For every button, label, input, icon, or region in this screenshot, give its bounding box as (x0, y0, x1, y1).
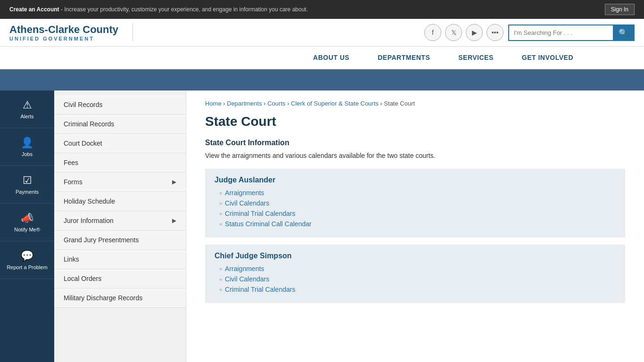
sign-in-button[interactable]: Sign In (605, 4, 635, 15)
list-item: Civil Calendars (219, 275, 616, 283)
auslander-arraignments[interactable]: Arraignments (225, 189, 264, 197)
judge-simpson-name: Chief Judge Simpson (215, 252, 616, 260)
top-banner: Create an Account - Increase your produc… (0, 0, 644, 19)
search-box: 🔍 (508, 25, 635, 41)
search-input[interactable] (509, 25, 613, 40)
payments-label: Payments (16, 189, 39, 195)
nav-services[interactable]: SERVICES (454, 47, 498, 68)
list-item: Arraignments (219, 189, 616, 197)
breadcrumb-courts[interactable]: Courts (267, 100, 285, 107)
list-item: Status Criminal Call Calendar (219, 220, 616, 228)
nav-juror-information[interactable]: Juror Information ▶ (54, 211, 186, 230)
breadcrumb-home[interactable]: Home (205, 100, 222, 107)
sidebar-notify[interactable]: 📣 Notify Me® (0, 204, 54, 241)
juror-arrow: ▶ (172, 217, 176, 224)
judge-simpson-links: Arraignments Civil Calendars Criminal Tr… (215, 265, 616, 293)
jobs-icon: 👤 (21, 137, 33, 149)
judge-auslander-links: Arraignments Civil Calendars Criminal Tr… (215, 189, 616, 228)
auslander-criminal-trial[interactable]: Criminal Trial Calendars (225, 210, 295, 217)
report-icon: 💬 (21, 250, 33, 262)
judge-auslander-name: Judge Auslander (215, 176, 616, 184)
list-item: Civil Calendars (219, 199, 616, 207)
nav-court-docket[interactable]: Court Docket (54, 134, 186, 153)
sidebar-icons: ⚠ Alerts 👤 Jobs ☑ Payments 📣 Notify Me® … (0, 90, 54, 362)
social-icons: f 𝕏 ▶ ••• (424, 24, 504, 41)
notify-label: Notify Me® (14, 227, 40, 232)
list-item: Criminal Trial Calendars (219, 286, 616, 293)
sidebar-alerts[interactable]: ⚠ Alerts (0, 90, 54, 128)
more-icon[interactable]: ••• (487, 24, 504, 41)
simpson-arraignments[interactable]: Arraignments (225, 265, 264, 272)
main-nav: ABOUT US DEPARTMENTS SERVICES GET INVOLV… (0, 47, 644, 69)
payments-icon: ☑ (23, 174, 32, 187)
nav-get-involved[interactable]: GET INVOLVED (517, 47, 578, 68)
left-nav: Civil Records Criminal Records Court Doc… (54, 90, 186, 362)
main-content: Home › Departments › Courts › Clerk of S… (186, 90, 644, 362)
search-button[interactable]: 🔍 (613, 25, 634, 40)
breadcrumb-clerk[interactable]: Clerk of Superior & State Courts (291, 100, 379, 107)
nav-local-orders[interactable]: Local Orders (54, 269, 186, 288)
jobs-label: Jobs (22, 151, 33, 157)
section-description: View the arraignments and various calend… (205, 152, 625, 159)
list-item: Arraignments (219, 265, 616, 272)
nav-about-us[interactable]: ABOUT US (308, 47, 354, 68)
banner-text: Create an Account - Increase your produc… (9, 6, 308, 13)
breadcrumb-departments[interactable]: Departments (227, 100, 262, 107)
list-item: Criminal Trial Calendars (219, 210, 616, 217)
header-right: f 𝕏 ▶ ••• 🔍 (142, 24, 635, 41)
banner-description: - Increase your productivity, customize … (59, 6, 308, 13)
auslander-civil-calendars[interactable]: Civil Calendars (225, 199, 269, 207)
sidebar-jobs[interactable]: 👤 Jobs (0, 128, 54, 166)
logo-area: Athens-Clarke County UNIFIED GOVERNMENT (9, 24, 133, 41)
facebook-icon[interactable]: f (424, 24, 441, 41)
simpson-criminal-trial[interactable]: Criminal Trial Calendars (225, 286, 295, 293)
notify-icon: 📣 (21, 212, 33, 224)
judge-auslander-box: Judge Auslander Arraignments Civil Calen… (205, 169, 625, 238)
forms-arrow: ▶ (172, 179, 176, 185)
nav-civil-records[interactable]: Civil Records (54, 95, 186, 115)
logo-line1[interactable]: Athens-Clarke County (9, 24, 118, 36)
alerts-label: Alerts (20, 114, 33, 119)
sidebar-payments[interactable]: ☑ Payments (0, 166, 54, 204)
twitter-icon[interactable]: 𝕏 (445, 24, 462, 41)
nav-fees[interactable]: Fees (54, 153, 186, 173)
sidebar-report[interactable]: 💬 Report a Problem (0, 241, 54, 279)
simpson-civil-calendars[interactable]: Civil Calendars (225, 275, 269, 283)
youtube-icon[interactable]: ▶ (466, 24, 483, 41)
nav-forms[interactable]: Forms ▶ (54, 173, 186, 192)
judge-simpson-box: Chief Judge Simpson Arraignments Civil C… (205, 245, 625, 303)
page-title: State Court (205, 114, 625, 129)
header: Athens-Clarke County UNIFIED GOVERNMENT … (0, 19, 644, 47)
nav-holiday-schedule[interactable]: Holiday Schedule (54, 192, 186, 211)
social-search: f 𝕏 ▶ ••• 🔍 (424, 24, 635, 41)
breadcrumb: Home › Departments › Courts › Clerk of S… (205, 100, 625, 107)
content-wrapper: ⚠ Alerts 👤 Jobs ☑ Payments 📣 Notify Me® … (0, 90, 644, 362)
report-label: Report a Problem (7, 264, 47, 270)
breadcrumb-current: State Court (384, 100, 415, 107)
nav-criminal-records[interactable]: Criminal Records (54, 115, 186, 134)
blue-banner (0, 69, 644, 90)
auslander-status-criminal[interactable]: Status Criminal Call Calendar (225, 220, 312, 228)
section-title: State Court Information (205, 139, 625, 147)
nav-departments[interactable]: DEPARTMENTS (373, 47, 435, 68)
nav-links[interactable]: Links (54, 250, 186, 269)
nav-military-discharge[interactable]: Military Discharge Records (54, 288, 186, 308)
logo-line2: UNIFIED GOVERNMENT (9, 36, 118, 41)
nav-grand-jury[interactable]: Grand Jury Presentments (54, 230, 186, 250)
create-account-link[interactable]: Create an Account (9, 6, 59, 13)
alerts-icon: ⚠ (23, 99, 32, 111)
